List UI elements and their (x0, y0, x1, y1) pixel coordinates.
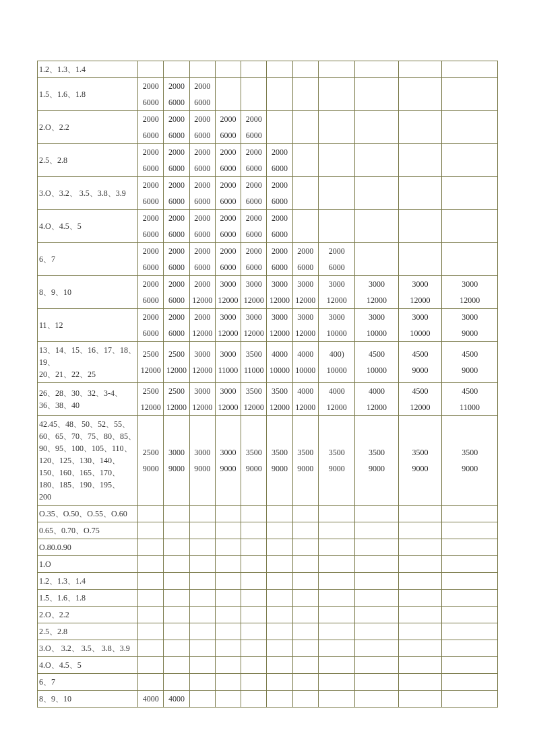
cell-value-bot: 11000 (241, 362, 266, 378)
data-cell (398, 657, 441, 674)
data-cell (292, 539, 318, 556)
cell-value-top: 2000 (138, 243, 163, 259)
data-cell (164, 573, 189, 590)
data-cell (241, 61, 267, 78)
table-row: 1.5、1.6、1.8 (38, 590, 498, 607)
cell-value-top: 3000 (216, 346, 241, 362)
data-cell (355, 573, 398, 590)
cell-value-top: 3000 (267, 309, 292, 325)
cell-value-top: 3000 (216, 383, 241, 399)
data-cell: 300012000 (241, 276, 267, 309)
cell-value-top: 3000 (216, 444, 241, 460)
cell-value-bot: 10000 (293, 362, 318, 378)
cell-value-top: 2500 (138, 444, 163, 460)
cell-value-top: 3000 (319, 309, 354, 325)
cell-value-bot: 12000 (355, 399, 398, 415)
cell-value-bot: 12000 (164, 399, 189, 415)
cell-value-top: 4500 (442, 346, 497, 362)
cell-value-bot: 6000 (190, 160, 215, 176)
data-cell (398, 590, 441, 607)
cell-value-top: 4500 (399, 346, 441, 362)
data-cell: 20006000 (138, 210, 164, 243)
cell-value-top: 2000 (138, 309, 163, 325)
data-cell (267, 556, 292, 573)
cell-value-bot: 6000 (164, 127, 189, 143)
cell-value-bot: 6000 (190, 259, 215, 275)
cell-value-bot: 6000 (138, 226, 163, 242)
data-cell (215, 623, 241, 640)
data-cell: 30009000 (215, 416, 241, 506)
data-cell: 35009000 (318, 416, 354, 506)
data-cell: 300012000 (292, 309, 318, 342)
cell-value-bot: 6000 (241, 193, 266, 209)
cell-value-top: 2500 (138, 383, 163, 399)
cell-value-bot: 10000 (319, 325, 354, 341)
data-cell (215, 573, 241, 590)
data-cell (355, 674, 398, 691)
data-cell (442, 573, 498, 590)
cell-value-top: 3000 (355, 309, 398, 325)
cell-value-top: 4500 (355, 346, 398, 362)
data-cell (241, 506, 267, 522)
data-cell: 350012000 (241, 383, 267, 416)
data-cell (318, 623, 354, 640)
cell-value-bot: 6000 (138, 193, 163, 209)
data-cell (442, 539, 498, 556)
cell-value-bot: 6000 (164, 94, 189, 110)
cell-value-bot: 6000 (267, 160, 292, 176)
data-cell (398, 556, 441, 573)
data-cell (164, 539, 189, 556)
data-cell (398, 573, 441, 590)
data-cell: 20006000 (215, 243, 241, 276)
data-cell (318, 691, 354, 708)
cell-value-top: 2000 (241, 210, 266, 226)
data-cell (215, 539, 241, 556)
data-cell (267, 111, 292, 144)
data-cell (241, 539, 267, 556)
row-label: 2.O、2.2 (38, 607, 138, 623)
data-cell (442, 78, 498, 111)
data-cell: 450011000 (442, 383, 498, 416)
cell-value-bot: 12000 (241, 292, 266, 308)
cell-value-top: 3500 (293, 444, 318, 460)
data-cell: 20006000 (164, 276, 189, 309)
data-cell (138, 506, 164, 522)
data-cell (318, 539, 354, 556)
cell-value-bot: 12000 (293, 292, 318, 308)
data-cell (442, 144, 498, 177)
row-label: 3.O、3.2、 3.5、3.8、3.9 (38, 177, 138, 210)
data-cell (292, 506, 318, 522)
data-cell (442, 177, 498, 210)
row-label: 42.45、48、50、52、55、60、65、70、75、80、85、90、9… (38, 416, 138, 506)
cell-value-top: 2000 (190, 78, 215, 94)
table-row: 2.5、2.8200060002000600020006000200060002… (38, 144, 498, 177)
cell-value-bot: 12000 (190, 325, 215, 341)
data-cell: 350011000 (241, 342, 267, 383)
cell-value-bot: 6000 (216, 226, 241, 242)
data-cell: 20006000 (267, 210, 292, 243)
data-cell: 20006000 (164, 309, 189, 342)
cell-value-bot: 9000 (241, 460, 266, 477)
data-cell (398, 78, 441, 111)
row-label: 11、12 (38, 309, 138, 342)
data-cell: 35009000 (241, 416, 267, 506)
cell-value-bot: 6000 (190, 193, 215, 209)
cell-value-bot: 9000 (293, 460, 318, 477)
cell-value: 4000 (164, 691, 189, 707)
cell-value-top: 2000 (267, 210, 292, 226)
data-cell (138, 573, 164, 590)
cell-value-top: 3000 (442, 276, 497, 292)
data-cell (398, 640, 441, 657)
table-row: 1.O (38, 556, 498, 573)
data-cell (189, 522, 215, 539)
data-cell: 30009000 (442, 309, 498, 342)
data-cell (189, 623, 215, 640)
table-row: 11、1220006000200060002000120003000120003… (38, 309, 498, 342)
data-cell: 300010000 (318, 309, 354, 342)
data-cell (442, 210, 498, 243)
data-cell: 20006000 (138, 177, 164, 210)
cell-value-top: 3500 (355, 444, 398, 460)
data-cell (442, 657, 498, 674)
data-cell (355, 522, 398, 539)
data-cell: 300012000 (215, 383, 241, 416)
